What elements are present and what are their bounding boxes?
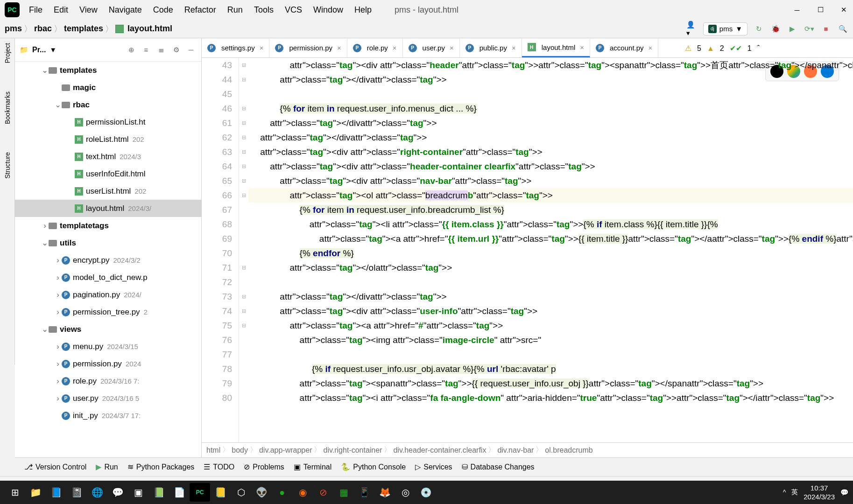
close-icon[interactable]: × bbox=[578, 43, 586, 51]
code-line[interactable]: {% for item in request.user_info.breadcr… bbox=[248, 203, 853, 217]
tree-arrow-icon[interactable]: ⌄ bbox=[41, 238, 49, 248]
app-icon[interactable]: 📓 bbox=[66, 483, 87, 502]
tree-row[interactable]: Hlayout.html2024/3/ bbox=[15, 200, 201, 217]
menu-edit[interactable]: Edit bbox=[54, 5, 68, 15]
code-line[interactable]: attr">class="tag"><div attr">class="user… bbox=[248, 304, 853, 318]
code-line[interactable]: attr">class="tag"></divattr">class="tag"… bbox=[248, 289, 853, 304]
tree-row[interactable]: ⌄rbac bbox=[15, 96, 201, 113]
code-line[interactable]: attr">class="tag"></divattr">class="tag"… bbox=[248, 116, 853, 130]
run-tool[interactable]: ▶Run bbox=[96, 462, 118, 471]
tree-row[interactable]: magic bbox=[15, 79, 201, 96]
bookmarks-tool-tab[interactable]: Bookmarks bbox=[4, 91, 11, 124]
code-line[interactable]: {% endfor %} bbox=[248, 246, 853, 260]
menu-code[interactable]: Code bbox=[153, 5, 173, 15]
fold-marker[interactable] bbox=[239, 87, 248, 101]
search-everywhere-button[interactable]: 🔍 bbox=[837, 23, 848, 35]
tree-arrow-icon[interactable]: › bbox=[54, 359, 62, 369]
editor-tab[interactable]: Hlayout.html× bbox=[522, 38, 590, 57]
fold-marker[interactable]: ⊟ bbox=[239, 289, 248, 304]
fold-marker[interactable] bbox=[239, 275, 248, 289]
fold-marker[interactable] bbox=[239, 362, 248, 376]
breadcrumb-item[interactable]: layout.html bbox=[127, 24, 172, 34]
code-line[interactable]: attr">class="tag"><div attr">class="head… bbox=[248, 58, 853, 72]
fold-marker[interactable] bbox=[239, 203, 248, 217]
tree-arrow-icon[interactable]: › bbox=[41, 221, 49, 231]
app-icon[interactable]: ◉ bbox=[292, 483, 313, 502]
tree-row[interactable]: ›Pmenu.py2024/3/15 bbox=[15, 338, 201, 355]
code-line[interactable]: attr">class="tag"></divattr">class="tag"… bbox=[248, 72, 853, 87]
tree-arrow-icon[interactable]: › bbox=[54, 308, 62, 317]
expand-all-icon[interactable]: ≡ bbox=[141, 44, 152, 56]
code-line[interactable]: attr">class="tag"></divattr">class="tag"… bbox=[248, 130, 853, 145]
menu-run[interactable]: Run bbox=[227, 5, 243, 15]
close-icon[interactable]: × bbox=[647, 44, 655, 52]
code-line[interactable]: {% for item in request.user_info.menus_d… bbox=[248, 101, 853, 116]
tree-row[interactable]: ›Ppermission_tree.py2 bbox=[15, 303, 201, 321]
user-icon[interactable]: 👤▾ bbox=[686, 23, 698, 35]
structure-tool-tab[interactable]: Structure bbox=[4, 152, 11, 179]
code-line[interactable] bbox=[248, 87, 853, 101]
editor-tab[interactable]: Prole.py× bbox=[347, 38, 403, 57]
app-icon[interactable]: 📄 bbox=[169, 483, 190, 502]
edge-icon[interactable]: 🌐 bbox=[87, 483, 107, 502]
menu-vcs[interactable]: VCS bbox=[285, 5, 302, 15]
breadcrumb-item[interactable]: templates bbox=[64, 24, 103, 34]
tree-arrow-icon[interactable]: › bbox=[54, 256, 62, 265]
editor-tab[interactable]: Paccount.py× bbox=[590, 38, 658, 57]
services-tool[interactable]: ▷Services bbox=[415, 462, 452, 471]
code-line[interactable]: attr">class="tag"><div attr">class="nav-… bbox=[248, 174, 853, 188]
minimize-button[interactable]: ─ bbox=[792, 5, 802, 14]
close-icon[interactable]: × bbox=[335, 44, 343, 52]
editor-tab[interactable]: Ppublic.py× bbox=[460, 38, 522, 57]
chevron-up-icon[interactable]: ˆ bbox=[757, 44, 760, 53]
menu-tools[interactable]: Tools bbox=[254, 5, 274, 15]
app-icon[interactable]: 👽 bbox=[251, 483, 272, 502]
tree-row[interactable]: ›Prole.py2024/3/16 7: bbox=[15, 372, 201, 390]
code-line[interactable]: attr">class="tag"></olattr">class="tag">… bbox=[248, 260, 853, 275]
tray-chevron-icon[interactable]: ^ bbox=[783, 489, 786, 496]
system-clock[interactable]: 10:37 2024/3/23 bbox=[804, 483, 835, 502]
todo-tool[interactable]: ☰TODO bbox=[204, 462, 234, 471]
fold-marker[interactable]: ⊟ bbox=[239, 58, 248, 72]
code-line[interactable]: attr">class="tag"><div attr">class="head… bbox=[248, 159, 853, 174]
code-line[interactable]: attr">class="tag"><a attr">href="#"attr"… bbox=[248, 318, 853, 333]
app-icon[interactable]: 📒 bbox=[210, 483, 231, 502]
menu-help[interactable]: Help bbox=[354, 5, 372, 15]
tree-arrow-icon[interactable]: ⌄ bbox=[54, 100, 62, 110]
app-icon[interactable]: ● bbox=[272, 483, 292, 502]
maximize-button[interactable]: ☐ bbox=[816, 5, 825, 14]
more-run-button[interactable]: ⟳▾ bbox=[804, 23, 815, 35]
tree-arrow-icon[interactable]: › bbox=[54, 273, 62, 282]
tree-arrow-icon[interactable]: ⌄ bbox=[41, 65, 49, 75]
fold-marker[interactable] bbox=[239, 246, 248, 260]
editor-breadcrumb-item[interactable]: html bbox=[206, 446, 220, 455]
menu-navigate[interactable]: Navigate bbox=[109, 5, 142, 15]
editor-breadcrumb-item[interactable]: body bbox=[232, 446, 248, 455]
editor-breadcrumb-item[interactable]: div.header-container.clearfix bbox=[393, 446, 486, 455]
fold-gutter[interactable]: ⊟⊟⊟⊟⊟⊟⊟⊟⊟⊟⊟⊟⊟ bbox=[239, 58, 248, 442]
tree-arrow-icon[interactable]: › bbox=[54, 394, 62, 403]
tree-row[interactable]: HroleList.html202 bbox=[15, 131, 201, 148]
fold-marker[interactable]: ⊟ bbox=[239, 72, 248, 87]
app-icon[interactable]: 📱 bbox=[354, 483, 374, 502]
firefox-icon[interactable]: 🦊 bbox=[374, 483, 395, 502]
code-area[interactable]: attr">class="tag"><div attr">class="head… bbox=[248, 58, 853, 442]
menu-file[interactable]: File bbox=[29, 5, 42, 15]
close-button[interactable]: ✕ bbox=[839, 5, 848, 14]
stop-button[interactable]: ■ bbox=[820, 23, 832, 35]
code-line[interactable]: attr">class="tag"><i attr">class="fa fa-… bbox=[248, 391, 853, 405]
settings-icon[interactable]: ⚙ bbox=[170, 44, 182, 56]
terminal-tool[interactable]: ▣Terminal bbox=[294, 462, 331, 471]
menu-view[interactable]: View bbox=[79, 5, 98, 15]
close-icon[interactable]: × bbox=[510, 44, 518, 52]
editor-breadcrumb-item[interactable]: div.right-container bbox=[323, 446, 382, 455]
terminal-icon[interactable]: ▣ bbox=[128, 483, 148, 502]
fold-marker[interactable] bbox=[239, 376, 248, 391]
editor-breadcrumb-item[interactable]: div.nav-bar bbox=[497, 446, 534, 455]
tree-row[interactable]: ⌄utils bbox=[15, 234, 201, 252]
editor-breadcrumb-item[interactable]: div.app-wrapper bbox=[259, 446, 312, 455]
app-icon[interactable]: ⬡ bbox=[231, 483, 251, 502]
app-icon[interactable]: 💿 bbox=[416, 483, 436, 502]
code-line[interactable]: attr">class="tag"><li attr">class="{{ it… bbox=[248, 217, 853, 231]
start-button[interactable]: ⊞ bbox=[5, 483, 25, 502]
